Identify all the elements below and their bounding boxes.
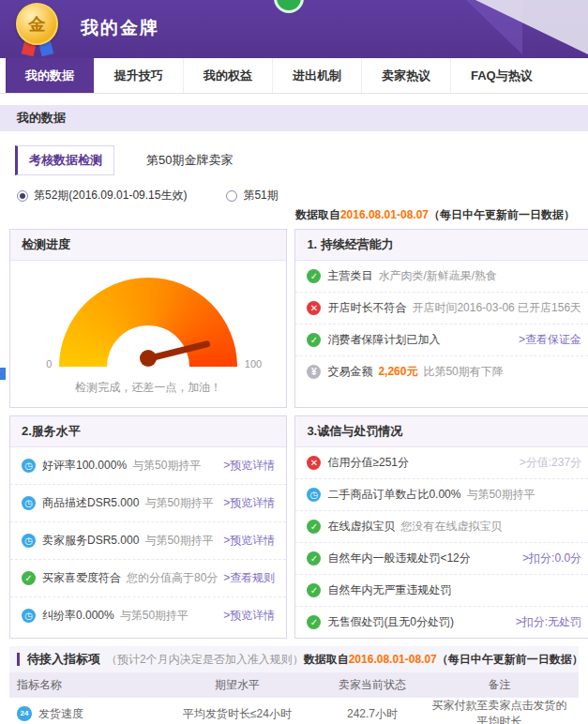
ability-row-shop-age: ✕ 开店时长不符合 开店时间2016-03-06 已开店156天 xyxy=(295,293,588,324)
page: 金 我的金牌 我的数据 提升技巧 我的权益 进出机制 卖家热议 FAQ与热议 我… xyxy=(0,0,588,724)
table-row-shipping-speed: 24 发货速度 平均发货时长≤24小时 242.7小时 买家付款至卖家点击发货的… xyxy=(9,698,579,724)
row-label: 交易金额 xyxy=(327,364,372,380)
tab-entry-exit[interactable]: 进出机制 xyxy=(272,58,361,93)
check-icon: ✓ xyxy=(307,551,321,566)
page-header: 金 我的金牌 xyxy=(0,0,588,58)
integrity-row-general-violation: ✓ 自然年内一般违规处罚<12分 >扣分:0.0分 xyxy=(295,543,588,575)
tab-my-benefits[interactable]: 我的权益 xyxy=(183,58,272,93)
decorative-green-circle xyxy=(274,0,304,13)
integrity-row-counterfeit: ✓ 无售假处罚(且无0分处罚) >扣分:无处罚 xyxy=(295,607,588,638)
panel-progress: 检测进度 0 100 检测完成，还差一点，加油！ xyxy=(9,229,287,408)
row-label: 二手商品订单数占比0.00% xyxy=(327,487,460,503)
page-title: 我的金牌 xyxy=(81,16,159,40)
pending-subtitle: （预计2个月内决定是否加入准入规则） xyxy=(106,652,304,668)
service-row-positive-rate: ◷ 好评率100.000% 与第50期持平 >预览详情 xyxy=(10,447,286,485)
metrics-grid: 检测进度 0 100 检测完成，还差一点，加油！ 1. 持续经营能力 ✓ 主营类… xyxy=(9,229,579,639)
metric-remark: 买家付款至卖家点击发货的平均时长 xyxy=(428,698,571,724)
section-title: 我的数据 xyxy=(17,111,66,125)
main-nav: 我的数据 提升技巧 我的权益 进出机制 卖家热议 FAQ与热议 xyxy=(0,58,588,94)
subtab-assessment-check[interactable]: 考核数据检测 xyxy=(15,145,114,175)
view-deposit-link[interactable]: >查看保证金 xyxy=(513,332,581,348)
radio-selected-icon xyxy=(17,190,28,202)
metric-expect: 平均发货时长≤24小时 xyxy=(158,706,317,722)
check-icon: ✓ xyxy=(22,571,36,585)
table-header-row: 指标名称 期望水平 卖家当前状态 备注 xyxy=(9,672,579,698)
ability-row-consumer-protection: ✓ 消费者保障计划已加入 >查看保证金 xyxy=(295,324,588,356)
deduction-link[interactable]: >扣分:0.0分 xyxy=(517,551,581,566)
row-label: 自然年内无严重违规处罚 xyxy=(327,582,451,598)
row-detail: 与第50期持平 xyxy=(466,487,535,503)
row-label: 商品描述DSR5.000 xyxy=(42,495,139,511)
note-suffix: （每日中午更新前一日数据） xyxy=(429,208,575,221)
view-rules-link[interactable]: >查看规则 xyxy=(218,570,275,586)
radio-period-52[interactable]: 第52期(2016.09.01-09.15生效) xyxy=(17,188,187,204)
preview-detail-link[interactable]: >预览详情 xyxy=(218,608,275,624)
clock-icon: ◷ xyxy=(22,534,36,548)
preview-detail-link[interactable]: >预览详情 xyxy=(218,495,275,511)
col-header-current: 卖家当前状态 xyxy=(317,677,428,693)
gauge-caption: 检测完成，还差一点，加油！ xyxy=(10,380,286,396)
period-selector: 第52期(2016.09.01-09.15生效) 第51期 xyxy=(17,188,571,204)
clock-icon: ◷ xyxy=(307,488,321,502)
deduction-link[interactable]: >扣分:无处罚 xyxy=(510,614,581,630)
preview-detail-link[interactable]: >预览详情 xyxy=(218,458,275,474)
row-label: 主营类目 xyxy=(327,268,372,284)
tab-improve-tips[interactable]: 提升技巧 xyxy=(94,58,183,93)
gauge-max-label: 100 xyxy=(245,358,262,370)
row-label: 开店时长不符合 xyxy=(327,300,406,316)
panel-service-title: 2.服务水平 xyxy=(10,416,286,447)
tab-my-data[interactable]: 我的数据 xyxy=(6,58,94,93)
panel-integrity-title: 3.诚信与处罚情况 xyxy=(295,416,588,447)
note-date: 2016.08.01-08.07 xyxy=(340,208,429,221)
note-prefix: 数据取自 xyxy=(295,208,340,221)
row-detail: 比第50期有下降 xyxy=(423,364,503,380)
check-icon: ✓ xyxy=(307,615,321,629)
row-detail: 水产肉类/新鲜蔬果/熟食 xyxy=(378,268,497,284)
preview-detail-link[interactable]: >预览详情 xyxy=(218,533,275,549)
clock-icon: ◷ xyxy=(22,459,36,473)
subtab-bar: 考核数据检测 第50期金牌卖家 xyxy=(15,145,573,175)
service-row-dispute-rate: ◷ 纠纷率0.000% 与第50期持平 >预览详情 xyxy=(10,597,286,634)
subtab-period50-gold-seller[interactable]: 第50期金牌卖家 xyxy=(135,146,244,174)
tab-faq[interactable]: FAQ与热议 xyxy=(450,58,552,93)
gauge-pivot-icon xyxy=(140,350,157,367)
left-edge-widget xyxy=(0,368,6,380)
row-label: 纠纷率0.000% xyxy=(42,608,114,624)
radio-period-51[interactable]: 第51期 xyxy=(226,188,278,204)
medal-text: 金 xyxy=(29,15,46,34)
pending-header: 待接入指标项 （预计2个月内决定是否加入准入规则） 数据取自2016.08.01… xyxy=(9,646,579,672)
note-prefix: 数据取自 xyxy=(304,653,349,666)
accent-bar xyxy=(17,653,20,666)
panel-integrity: 3.诚信与处罚情况 ✕ 信用分值≥251分 >分值:237分 ◷ 二手商品订单数… xyxy=(294,415,588,639)
col-header-expect: 期望水平 xyxy=(158,677,317,693)
check-icon: ✓ xyxy=(307,269,321,283)
data-source-note-bottom: 数据取自2016.08.01-08.07（每日中午更新前一日数据） xyxy=(304,652,583,668)
row-label: 卖家服务DSR5.000 xyxy=(42,533,139,549)
section-header: 我的数据 xyxy=(0,105,588,131)
row-detail: 与第50期持平 xyxy=(132,458,201,474)
ability-row-category: ✓ 主营类目 水产肉类/新鲜蔬果/熟食 xyxy=(295,261,588,293)
progress-gauge: 0 100 xyxy=(59,278,237,367)
pending-indicators-section: 待接入指标项 （预计2个月内决定是否加入准入规则） 数据取自2016.08.01… xyxy=(9,646,579,724)
service-row-description-dsr: ◷ 商品描述DSR5.000 与第50期持平 >预览详情 xyxy=(10,485,286,522)
row-detail: 与第50期持平 xyxy=(144,495,213,511)
banner-deco-corner xyxy=(475,0,588,54)
shipping-speed-icon: 24 xyxy=(17,706,32,721)
service-row-buyer-favor: ✓ 买家喜爱度符合 您的分值高于80分 >查看规则 xyxy=(10,560,286,597)
data-source-note: 数据取自2016.08.01-08.07（每日中午更新前一日数据） xyxy=(13,207,575,223)
note-suffix: （每日中午更新前一日数据） xyxy=(437,653,583,666)
panel-ability-title: 1. 持续经营能力 xyxy=(295,230,588,261)
check-icon: ✓ xyxy=(307,583,321,597)
amount-value: 2,260元 xyxy=(378,364,417,380)
row-label: 在线虚拟宝贝 xyxy=(327,519,395,535)
col-header-name: 指标名称 xyxy=(17,677,158,693)
panel-progress-title: 检测进度 xyxy=(10,230,286,261)
row-detail: 与第50期持平 xyxy=(120,608,188,624)
ability-row-transaction-amount: ¥ 交易金额 2,260元 比第50期有下降 xyxy=(295,356,588,387)
service-row-seller-dsr: ◷ 卖家服务DSR5.000 与第50期持平 >预览详情 xyxy=(10,522,286,560)
pending-table: 指标名称 期望水平 卖家当前状态 备注 24 发货速度 平均发货时长≤24小时 … xyxy=(9,672,579,724)
tab-seller-topics[interactable]: 卖家热议 xyxy=(361,58,450,93)
metric-name: 发货速度 xyxy=(38,706,83,722)
money-icon: ¥ xyxy=(307,365,321,379)
gold-medal-icon: 金 xyxy=(15,3,60,57)
